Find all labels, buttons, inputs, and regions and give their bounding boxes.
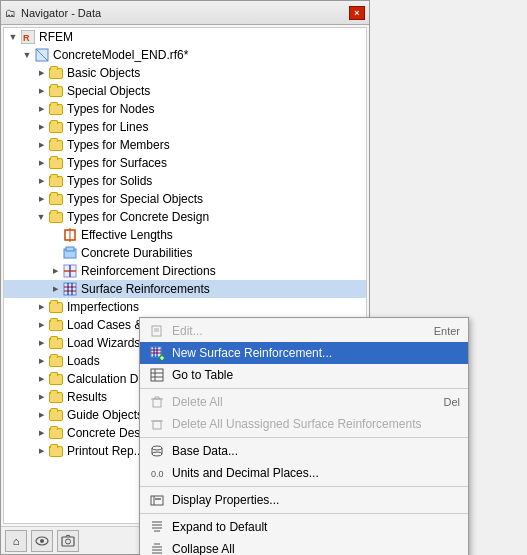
tree-item-imperfections[interactable]: ▶ Imperfections [4, 298, 366, 316]
expander-model[interactable]: ▼ [20, 48, 34, 62]
tree-item-types-concrete[interactable]: ▼ Types for Concrete Design [4, 208, 366, 226]
expander-surface-reinforcements[interactable]: ▶ [48, 282, 62, 296]
expander-types-solids[interactable]: ▶ [34, 174, 48, 188]
ctx-units[interactable]: 0.0 Units and Decimal Places... [140, 462, 468, 484]
effective-lengths-label: Effective Lengths [81, 228, 173, 242]
types-concrete-label: Types for Concrete Design [67, 210, 209, 224]
svg-rect-35 [153, 399, 161, 407]
types-solids-label: Types for Solids [67, 174, 152, 188]
expander-special-objects[interactable]: ▶ [34, 84, 48, 98]
folder-types-concrete-icon [48, 209, 64, 225]
ctx-delete-all[interactable]: Delete All Del [140, 391, 468, 413]
expander-load-wizards[interactable]: ▶ [34, 336, 48, 350]
tree-item-types-nodes[interactable]: ▶ Types for Nodes [4, 100, 366, 118]
expander-basic-objects[interactable]: ▶ [34, 66, 48, 80]
ctx-delete-unassigned[interactable]: Delete All Unassigned Surface Reinforcem… [140, 413, 468, 435]
delete-unassigned-icon [148, 416, 166, 432]
tree-item-reinforcement-directions[interactable]: ▶ Reinforcement Directions [4, 262, 366, 280]
concrete-des-label: Concrete Des... [67, 426, 150, 440]
tree-item-basic-objects[interactable]: ▶ Basic Objects [4, 64, 366, 82]
tree-item-surface-reinforcements[interactable]: ▶ Surface Reinforcements [4, 280, 366, 298]
folder-types-nodes-icon [48, 101, 64, 117]
view-button[interactable] [31, 530, 53, 552]
loads-label: Loads [67, 354, 100, 368]
folder-types-special-icon [48, 191, 64, 207]
surface-reinforcements-label: Surface Reinforcements [81, 282, 210, 296]
guide-objects-label: Guide Objects [67, 408, 143, 422]
svg-point-19 [66, 539, 71, 544]
svg-rect-47 [151, 496, 163, 505]
ctx-expand-default-label: Expand to Default [172, 520, 460, 534]
expander-reinforcement-directions[interactable]: ▶ [48, 264, 62, 278]
go-to-table-icon [148, 367, 166, 383]
folder-types-surfaces-icon [48, 155, 64, 171]
effective-lengths-icon [62, 227, 78, 243]
main-window: 🗂 Navigator - Data × ▼ R RFEM ▼ [0, 0, 370, 555]
expander-loads[interactable]: ▶ [34, 354, 48, 368]
expander-imperfections[interactable]: ▶ [34, 300, 48, 314]
expander-calculation[interactable]: ▶ [34, 372, 48, 386]
separator-3 [140, 486, 468, 487]
ctx-expand-default[interactable]: Expand to Default [140, 516, 468, 538]
expander-types-nodes[interactable]: ▶ [34, 102, 48, 116]
folder-calculation-icon [48, 371, 64, 387]
tree-item-concrete-durabilities[interactable]: Concrete Durabilities [4, 244, 366, 262]
svg-rect-31 [151, 369, 163, 381]
expander-rfem[interactable]: ▼ [6, 30, 20, 44]
close-button[interactable]: × [349, 6, 365, 20]
ctx-display-properties[interactable]: Display Properties... [140, 489, 468, 511]
ctx-collapse-all[interactable]: Collapse All [140, 538, 468, 555]
model-icon [34, 47, 50, 63]
svg-point-17 [40, 539, 44, 543]
title-bar-left: 🗂 Navigator - Data [5, 7, 101, 19]
ctx-base-data-label: Base Data... [172, 444, 460, 458]
folder-printout-rep-icon [48, 443, 64, 459]
expander-types-members[interactable]: ▶ [34, 138, 48, 152]
ctx-display-properties-label: Display Properties... [172, 493, 460, 507]
tree-item-types-solids[interactable]: ▶ Types for Solids [4, 172, 366, 190]
ctx-delete-all-label: Delete All [172, 395, 423, 409]
folder-load-wizards-icon [48, 335, 64, 351]
svg-point-45 [152, 452, 162, 456]
ctx-edit-label: Edit... [172, 324, 414, 338]
home-button[interactable]: ⌂ [5, 530, 27, 552]
camera-button[interactable] [57, 530, 79, 552]
display-properties-icon [148, 492, 166, 508]
expander-types-concrete[interactable]: ▼ [34, 210, 48, 224]
ctx-edit[interactable]: Edit... Enter [140, 320, 468, 342]
svg-rect-40 [153, 421, 161, 429]
expander-concrete-des[interactable]: ▶ [34, 426, 48, 440]
expander-load-cases[interactable]: ▶ [34, 318, 48, 332]
tree-item-model[interactable]: ▼ ConcreteModel_END.rf6* [4, 46, 366, 64]
expander-types-special[interactable]: ▶ [34, 192, 48, 206]
concrete-durabilities-label: Concrete Durabilities [81, 246, 192, 260]
results-label: Results [67, 390, 107, 404]
folder-concrete-des-icon [48, 425, 64, 441]
ctx-units-label: Units and Decimal Places... [172, 466, 460, 480]
tree-item-types-surfaces[interactable]: ▶ Types for Surfaces [4, 154, 366, 172]
expander-types-surfaces[interactable]: ▶ [34, 156, 48, 170]
types-special-label: Types for Special Objects [67, 192, 203, 206]
tree-item-types-members[interactable]: ▶ Types for Members [4, 136, 366, 154]
tree-item-types-special[interactable]: ▶ Types for Special Objects [4, 190, 366, 208]
tree-item-effective-lengths[interactable]: Effective Lengths [4, 226, 366, 244]
folder-special-objects-icon [48, 83, 64, 99]
ctx-base-data[interactable]: Base Data... [140, 440, 468, 462]
tree-item-types-lines[interactable]: ▶ Types for Lines [4, 118, 366, 136]
context-menu: Edit... Enter New Surface Reinforcement.… [139, 317, 469, 555]
folder-guide-objects-icon [48, 407, 64, 423]
expander-effective-lengths [48, 228, 62, 242]
expander-guide-objects[interactable]: ▶ [34, 408, 48, 422]
window-title: Navigator - Data [21, 7, 101, 19]
delete-all-icon [148, 394, 166, 410]
expander-results[interactable]: ▶ [34, 390, 48, 404]
tree-item-special-objects[interactable]: ▶ Special Objects [4, 82, 366, 100]
ctx-new-surface-reinforcement[interactable]: New Surface Reinforcement... [140, 342, 468, 364]
expander-printout-rep[interactable]: ▶ [34, 444, 48, 458]
expander-types-lines[interactable]: ▶ [34, 120, 48, 134]
ctx-go-to-table[interactable]: Go to Table [140, 364, 468, 386]
ctx-edit-shortcut: Enter [434, 325, 460, 337]
svg-rect-7 [66, 247, 74, 251]
svg-rect-23 [151, 347, 161, 357]
tree-item-rfem[interactable]: ▼ R RFEM [4, 28, 366, 46]
